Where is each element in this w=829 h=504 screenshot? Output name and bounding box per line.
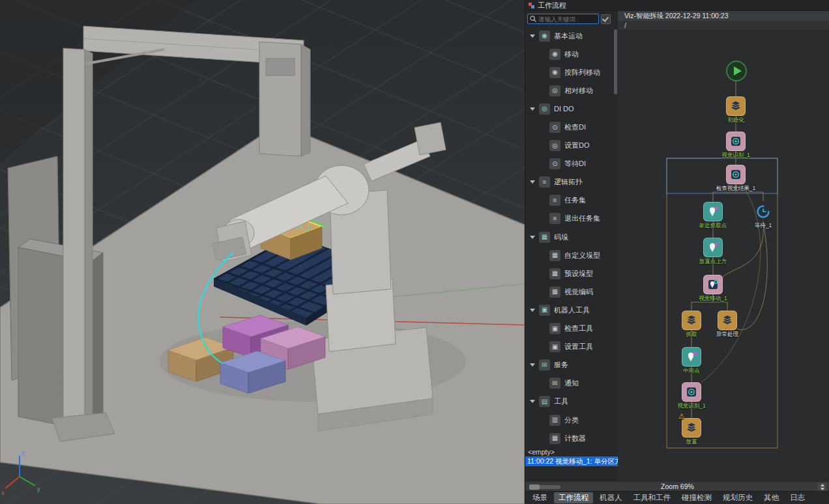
gear-icon: ▤ — [539, 396, 550, 407]
tree-cat-basic-motion[interactable]: ◉基本运动 — [525, 27, 618, 45]
grid-icon: ▦ — [549, 268, 560, 279]
node-label: 视觉移动_1 — [684, 295, 742, 303]
tree-item-task-set[interactable]: ≡任务集 — [525, 191, 618, 210]
step-tree: ◉基本运动 ◉移动 ◉按阵列移动 ◎相对移动 ◎DI DO ⊙检查DI ◎设置D… — [525, 27, 618, 448]
step-library: ◉基本运动 ◉移动 ◉按阵列移动 ◎相对移动 ◎DI DO ⊙检查DI ◎设置D… — [525, 11, 618, 481]
tree-cat-palletizing[interactable]: ▦码垛 — [525, 228, 618, 246]
status-log-entry[interactable]: 11:00:22 视觉移动_1: 单分区方 — [525, 456, 618, 466]
project-title: Viz-智能拆垛 2022-12-29 11:00:23 — [618, 11, 829, 21]
tool-icon: ▣ — [549, 323, 560, 334]
tree-item-classify[interactable]: ▥分类 — [525, 411, 618, 429]
tree-cat-robot-tool[interactable]: ▣机器人工具 — [525, 301, 618, 319]
chevron-down-icon[interactable] — [530, 400, 535, 403]
chevron-down-icon[interactable] — [530, 180, 535, 184]
node-label: 异常处理 — [698, 331, 757, 339]
tree-cat-service[interactable]: ✉服务 — [525, 356, 618, 374]
tree-item-move-by-grid[interactable]: ◉按阵列移动 — [525, 63, 618, 81]
node-label: 检查视觉结果_1 — [706, 185, 765, 193]
tab-planning-history[interactable]: 规划历史 — [718, 492, 757, 503]
grid-icon: ▦ — [539, 232, 550, 243]
tree-scrollbar[interactable] — [614, 28, 617, 455]
warning-icon: ⚠ — [678, 413, 685, 420]
task-set-icon — [685, 421, 698, 434]
node-check-vision-result-1[interactable] — [726, 165, 746, 184]
node-wait-1[interactable] — [753, 202, 773, 221]
tree-item-check-di[interactable]: ⊙检查DI — [525, 118, 618, 136]
node-exception-handling[interactable] — [718, 311, 737, 330]
node-above-place-point[interactable] — [703, 238, 723, 257]
tree-item-relative-move[interactable]: ◎相对移动 — [525, 81, 618, 100]
breadcrumb[interactable]: / — [618, 21, 829, 31]
node-label: 初始化 — [706, 117, 765, 124]
bottom-tab-bar: 场景 工作流程 机器人 工具和工件 碰撞检测 规划历史 其他 日志 — [525, 491, 829, 504]
tree-item-vision-coding[interactable]: ▦视觉编码 — [525, 283, 618, 301]
tree-item-preset-pattern[interactable]: ▦预设垛型 — [525, 264, 618, 283]
tree-cat-di-do[interactable]: ◎DI DO — [525, 100, 618, 118]
y-axis-label: y — [37, 486, 40, 492]
chevron-down-icon[interactable] — [530, 236, 535, 239]
play-icon — [725, 60, 748, 82]
tree-item-counter[interactable]: ▦计数器 — [525, 429, 618, 447]
tree-item-wait-di[interactable]: ⊙等待DI — [525, 155, 618, 173]
io-icon: ⊙ — [549, 122, 560, 133]
workflow-canvas[interactable]: Viz-智能拆垛 2022-12-29 11:00:23 / — [618, 11, 829, 481]
search-input[interactable] — [537, 16, 598, 23]
workflow-icon — [529, 3, 534, 8]
chevron-down-icon[interactable] — [530, 35, 535, 38]
application-window: 抓取点 抓取点_1 — [0, 0, 829, 504]
stack-icon: ≡ — [549, 195, 560, 206]
tree-item-custom-pattern[interactable]: ▦自定义垛型 — [525, 246, 618, 264]
node-vision-move-1[interactable] — [703, 275, 723, 294]
spin-down-icon[interactable] — [821, 488, 824, 490]
tree-item-set-tool[interactable]: ▣设置工具 — [525, 338, 618, 356]
mail-icon: ✉ — [539, 359, 550, 371]
workflow-graph[interactable]: 初始化 视觉识别_1 检查视觉结果_1 — [618, 31, 829, 481]
tree-item-check-tool[interactable]: ▣检查工具 — [525, 320, 618, 338]
node-label: 视觉识别_1 — [662, 402, 721, 410]
pin-icon: ◎ — [549, 85, 560, 96]
search-filter-checkbox[interactable] — [601, 14, 611, 24]
tree-cat-logic-topology[interactable]: ≡逻辑拓扑 — [525, 173, 618, 191]
tab-workflow[interactable]: 工作流程 — [554, 492, 593, 503]
node-intermediate-point[interactable] — [682, 347, 701, 367]
tree-item-move[interactable]: ◉移动 — [525, 45, 618, 63]
graph-edges — [618, 31, 829, 481]
tree-item-notify[interactable]: ✉通知 — [525, 374, 618, 393]
io-icon: ◎ — [539, 104, 550, 115]
tree-item-exit-task-set[interactable]: ≡退出任务集 — [525, 210, 618, 228]
task-set-icon — [685, 314, 698, 327]
node-approach-pick-point[interactable] — [703, 202, 723, 221]
zoom-level: Zoom 69% — [525, 482, 829, 492]
tool-icon: ▣ — [539, 305, 550, 316]
3d-viewport[interactable]: 抓取点 抓取点_1 — [0, 0, 525, 504]
node-label: 视觉识别_1 — [706, 152, 765, 160]
tab-tools-workpieces[interactable]: 工具和工件 — [629, 492, 676, 503]
wait-clock-icon — [755, 204, 771, 219]
chevron-down-icon[interactable] — [530, 309, 535, 312]
node-init[interactable] — [726, 96, 746, 116]
node-label: 等待_1 — [734, 222, 793, 230]
tab-scene[interactable]: 场景 — [528, 492, 552, 503]
search-box — [527, 14, 599, 24]
node-vision-recognize-2[interactable] — [682, 382, 701, 402]
node-start[interactable] — [725, 60, 748, 82]
tree-item-set-do[interactable]: ◎设置DO — [525, 137, 618, 155]
panel-header: 工作流程 — [525, 0, 829, 11]
tab-collision-detection[interactable]: 碰撞检测 — [677, 492, 716, 503]
tab-others[interactable]: 其他 — [759, 492, 783, 503]
chevron-down-icon[interactable] — [530, 107, 535, 111]
tab-robot[interactable]: 机器人 — [595, 492, 627, 503]
zoom-spinner[interactable] — [818, 483, 826, 491]
node-label: 中间点 — [662, 367, 721, 375]
tree-cat-tools[interactable]: ▤工具 — [525, 393, 618, 411]
workflow-panel: 工作流程 ◉基本运动 ◉移动 ◉按阵列移动 ◎相对移动 ◎DI DO — [525, 0, 829, 504]
node-vision-recognize-1[interactable] — [726, 132, 746, 151]
node-grasp[interactable] — [682, 311, 701, 330]
chevron-down-icon[interactable] — [530, 363, 535, 367]
node-place[interactable]: ⚠ — [682, 418, 701, 438]
search-icon — [529, 15, 537, 23]
tab-log[interactable]: 日志 — [785, 492, 809, 503]
spin-up-icon[interactable] — [821, 484, 824, 486]
task-set-icon — [721, 314, 734, 327]
camera-icon — [685, 385, 698, 399]
